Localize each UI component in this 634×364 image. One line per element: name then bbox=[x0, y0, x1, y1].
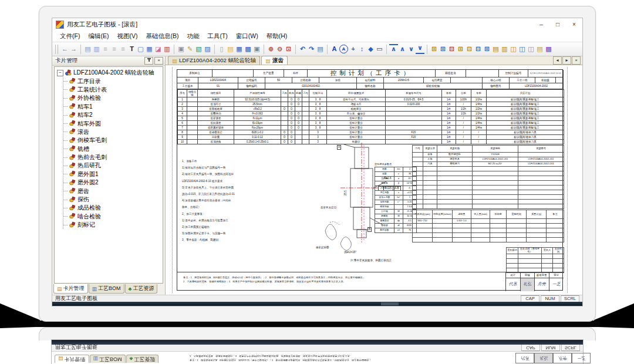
tree-item-探伤[interactable]: 探伤 bbox=[63, 196, 163, 204]
tree-item-滚齿[interactable]: 滚齿 bbox=[63, 128, 163, 136]
move-down-icon[interactable]: ∨ bbox=[407, 45, 416, 53]
delete-col-icon[interactable]: ⊟ bbox=[465, 45, 474, 53]
save-all-icon[interactable]: ▩ bbox=[244, 45, 252, 53]
tree-item-精车1[interactable]: 精车1 bbox=[63, 103, 163, 111]
save-icon[interactable]: ▦ bbox=[235, 45, 244, 53]
char-circle-icon[interactable]: A bbox=[339, 45, 348, 53]
print-icon[interactable]: ▣ bbox=[252, 45, 261, 53]
move-up-icon[interactable]: ∧ bbox=[398, 45, 407, 53]
move-bottom-icon[interactable]: ∨ bbox=[416, 44, 424, 54]
row-spacing2-icon[interactable]: ≡ bbox=[110, 45, 119, 53]
tree-item-磨外圆1[interactable]: 磨外圆1 bbox=[63, 170, 163, 178]
tree-item-热前去毛刺[interactable]: 热前去毛刺 bbox=[63, 153, 163, 161]
dim-vertical-icon[interactable]: ↕ bbox=[358, 45, 366, 53]
menu-item[interactable]: 工具(T) bbox=[203, 32, 231, 41]
table-cell: 1/2hs bbox=[471, 112, 487, 116]
expander-icon[interactable]: − bbox=[57, 70, 63, 76]
delete-red-icon[interactable]: ▥ bbox=[163, 45, 171, 53]
tree-item-热后研孔[interactable]: 热后研孔 bbox=[63, 161, 163, 170]
minimize-button[interactable]: – bbox=[533, 19, 549, 30]
tree-item-啮合检验[interactable]: 啮合检验 bbox=[63, 213, 163, 221]
sidebar-tab-工艺BOM[interactable]: ▥工艺BOM bbox=[89, 284, 124, 294]
tree-item-工序目录[interactable]: 工序目录 bbox=[63, 77, 163, 85]
redo-icon[interactable]: ↷ bbox=[307, 45, 316, 53]
merge-cells-icon[interactable]: ⊟ bbox=[474, 45, 483, 53]
pane-right-icon[interactable]: ▥ bbox=[92, 45, 101, 53]
pin-icon[interactable] bbox=[144, 57, 153, 65]
menu-item[interactable]: 编辑(E) bbox=[84, 32, 113, 41]
dim-cross-icon[interactable]: + bbox=[349, 45, 358, 53]
table-cell: O bbox=[295, 126, 302, 130]
menu-item[interactable]: 基础信息(B) bbox=[141, 32, 183, 41]
tree-item-铣槽[interactable]: 铣槽 bbox=[63, 145, 163, 153]
stamp-icon[interactable]: ▣ bbox=[177, 45, 186, 53]
symbol-icon[interactable]: ◆ bbox=[366, 45, 375, 53]
menu-item[interactable]: 窗口(W) bbox=[232, 32, 262, 41]
zoom-in-icon[interactable]: ⊕ bbox=[267, 45, 275, 53]
signature-scribble: 舟旁 bbox=[535, 278, 549, 291]
undo-icon[interactable]: ↶ bbox=[298, 45, 307, 53]
tree-item-刻标记[interactable]: 刻标记 bbox=[63, 221, 163, 229]
tree-item-精车外圆[interactable]: 精车外圆 bbox=[63, 119, 163, 127]
tree-item-工装统计表[interactable]: 工装统计表 bbox=[63, 86, 163, 94]
reflection-tab-icon: ▥ bbox=[93, 356, 99, 362]
document-tab-滚齿[interactable]: ▤滚齿 bbox=[261, 56, 288, 65]
copy-row-icon[interactable]: ◫ bbox=[509, 45, 518, 53]
tab-scroll-right-icon[interactable]: ▸ bbox=[562, 56, 571, 65]
col-props-icon[interactable]: ▥ bbox=[500, 45, 509, 53]
forward-icon[interactable]: → bbox=[69, 45, 78, 53]
document-canvas[interactable]: 承制单位生产批量样件控制计划（工序卡）顾客批准控制计划编号KZJH.LDFZ10… bbox=[166, 65, 582, 295]
open-file-icon[interactable]: ▤ bbox=[226, 45, 235, 53]
split-cells-icon[interactable]: ⊞ bbox=[483, 45, 491, 53]
insert-row-below-icon[interactable]: ⊞ bbox=[439, 45, 447, 53]
picture2-icon[interactable]: ▨ bbox=[203, 45, 212, 53]
tab-close-icon[interactable]: × bbox=[572, 56, 581, 65]
row-spacing-icon[interactable]: ≡ bbox=[101, 45, 110, 53]
menu-item[interactable]: 文件(F) bbox=[56, 32, 84, 41]
paste-row-icon[interactable]: ◫ bbox=[518, 45, 527, 53]
tab-scroll-left-icon[interactable]: ◂ bbox=[553, 56, 562, 65]
copy-icon[interactable]: ◫ bbox=[527, 45, 535, 53]
maximize-button[interactable]: □ bbox=[549, 19, 566, 30]
document-tab-LDFZ100A04-2002 蜗轮齿轮轴[interactable]: ▤LDFZ100A04-2002 蜗轮齿轮轴 bbox=[168, 56, 260, 65]
zoom-out-icon[interactable]: ⊖ bbox=[275, 45, 284, 53]
tree-item-成品检验[interactable]: 成品检验 bbox=[63, 204, 163, 212]
close-button[interactable]: × bbox=[566, 19, 582, 30]
back-icon[interactable]: ← bbox=[60, 45, 69, 53]
cell-box-icon[interactable]: ▢ bbox=[136, 45, 145, 53]
mini-empty-cell bbox=[471, 233, 490, 238]
format-painter-icon[interactable]: ▩ bbox=[544, 45, 553, 53]
tree-item-精车2[interactable]: 精车2 bbox=[63, 111, 163, 119]
delete-row-icon[interactable]: ⊟ bbox=[447, 45, 456, 53]
tree-item-外协检验[interactable]: 外协检验 bbox=[63, 94, 163, 102]
text-tool-icon[interactable]: T bbox=[127, 45, 136, 53]
insert-col-icon[interactable]: ⊞ bbox=[456, 45, 465, 53]
table-cell bbox=[187, 107, 198, 112]
pencil-icon[interactable]: ✎ bbox=[186, 45, 194, 53]
tree-item-磨齿[interactable]: 磨齿 bbox=[63, 187, 163, 195]
reflection: ▤卡片管理▥工艺BOM♣工艺资源 备注：1、滚齿装夹时以A、B外圆打表找正、跳动… bbox=[0, 328, 634, 364]
close-icon[interactable]: × bbox=[154, 57, 163, 65]
tree-item-磨外圆2[interactable]: 磨外圆2 bbox=[63, 178, 163, 187]
font-tool-icon[interactable]: A bbox=[330, 45, 339, 53]
paste-icon[interactable]: ▤ bbox=[535, 45, 544, 53]
row-spacing3-icon[interactable]: ≡ bbox=[119, 45, 127, 53]
sidebar-tab-工艺资源[interactable]: ♣工艺资源 bbox=[125, 284, 158, 294]
picture-icon[interactable]: ▧ bbox=[194, 45, 203, 53]
new-file-icon[interactable]: ▯ bbox=[217, 45, 226, 53]
menu-item[interactable]: 功能 bbox=[183, 32, 203, 41]
menu-item[interactable]: 视图(V) bbox=[113, 32, 141, 41]
doc-props-icon[interactable]: ▤ bbox=[316, 45, 325, 53]
zoom-fit-icon[interactable]: ⊡ bbox=[284, 45, 293, 53]
sidebar-tab-卡片管理[interactable]: ▤卡片管理 bbox=[53, 284, 88, 294]
pane-left-icon[interactable]: ▤ bbox=[83, 45, 92, 53]
menu-item[interactable]: 帮助(H) bbox=[262, 32, 292, 41]
callout-icon[interactable]: ▭ bbox=[375, 45, 384, 53]
row-props-icon[interactable]: ▤ bbox=[491, 45, 500, 53]
eraser-icon[interactable]: ◪ bbox=[154, 45, 163, 53]
move-top-icon[interactable]: ∧ bbox=[389, 44, 398, 54]
table-grid-icon[interactable]: ▦ bbox=[145, 45, 154, 53]
insert-row-above-icon[interactable]: ⊞ bbox=[430, 45, 439, 53]
tree-root-item[interactable]: −LDFZ100A04-2002 蜗轮齿轮轴 bbox=[57, 69, 163, 77]
tree-item-倒棱车毛刺[interactable]: 倒棱车毛刺 bbox=[63, 136, 163, 144]
